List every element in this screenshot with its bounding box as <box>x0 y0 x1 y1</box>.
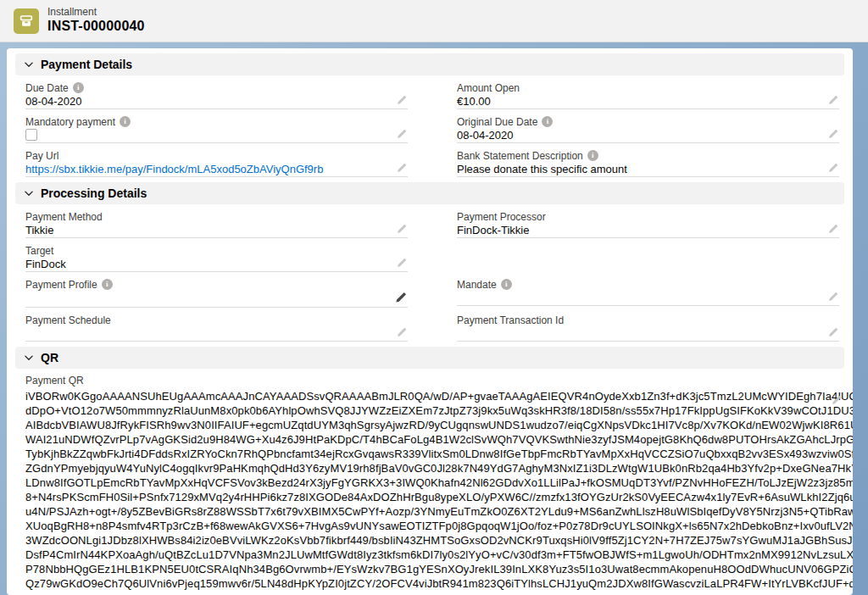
empty-grid-cell <box>457 244 839 272</box>
field-label: Mandatory payment <box>25 116 115 128</box>
edit-pencil-icon[interactable] <box>827 326 839 338</box>
page-title: INST-00000040 <box>47 19 145 34</box>
field-label: Payment Schedule <box>25 314 111 326</box>
field-value: Please donate this specific amount <box>457 163 627 175</box>
payment-qr-value: iVBORw0KGgoAAAANSUhEUgAAAmcAAAJnCAYAAADS… <box>25 389 843 591</box>
info-icon[interactable]: i <box>102 279 113 290</box>
field-pay-url: Pay Url https://sbx.tikkie.me/pay/Findoc… <box>25 149 408 177</box>
qr-text-line: iVBORw0KGgoAAAANSUhEUgAAAmcAAAJnCAYAAADS… <box>25 389 843 403</box>
field-label: Payment Processor <box>457 211 546 223</box>
chevron-down-icon <box>24 353 34 363</box>
mandatory-payment-checkbox[interactable] <box>25 129 37 141</box>
section-header-processing-details[interactable]: Processing Details <box>15 182 844 204</box>
qr-text-line: LDnw8IfGOTLpEmcRbTYavMpXxHqVCFSVov3kBezd… <box>25 475 843 490</box>
info-icon[interactable]: i <box>542 116 553 127</box>
edit-pencil-icon[interactable] <box>827 128 839 140</box>
edit-pencil-icon[interactable] <box>394 291 408 304</box>
field-value: FinDock <box>25 258 66 270</box>
field-payment-method: Payment Method Tikkie <box>25 210 408 238</box>
installment-box-icon <box>14 8 39 34</box>
qr-text-line: Qz79wGKdO9eCh7Q6UlVni6vPjeq159mwv6r/5LN4… <box>25 576 843 591</box>
info-icon[interactable]: i <box>587 150 598 161</box>
payment-details-grid: Due Date i 08-04-2020 Amount Open €10.00 <box>15 75 844 177</box>
field-due-date: Due Date i 08-04-2020 <box>25 81 408 109</box>
section-header-qr[interactable]: QR <box>15 347 844 369</box>
field-payment-qr: Payment QR iVBORw0KGgoAAAANSUhEUgAAAmcAA… <box>15 374 844 591</box>
edit-pencil-icon[interactable] <box>396 257 408 269</box>
edit-pencil-icon[interactable] <box>827 94 839 106</box>
field-mandate: Mandate i <box>457 278 839 308</box>
field-label: Amount Open <box>457 82 520 94</box>
chevron-down-icon <box>24 188 34 198</box>
page-background: Payment Details Due Date i 08-04-2020 Am… <box>0 42 868 595</box>
section-header-payment-details[interactable]: Payment Details <box>15 53 844 75</box>
field-payment-processor: Payment Processor FinDock-Tikkie <box>457 210 839 238</box>
processing-details-grid: Payment Method Tikkie Payment Processor … <box>15 204 844 342</box>
qr-text-line: 3WZdcOONLgi1JDbz8lXHWBs84i2iz0eBVviLWKz2… <box>25 533 843 548</box>
section-title: QR <box>41 351 58 364</box>
qr-text-line: ZGdnYPmyebjqyuW4YuNylC4ogqIkvr9PaHKmqhQd… <box>25 461 843 475</box>
edit-pencil-icon[interactable] <box>396 94 408 106</box>
record-detail-card: Payment Details Due Date i 08-04-2020 Am… <box>7 48 853 595</box>
entity-label: Installment <box>47 7 145 19</box>
field-value: 08-04-2020 <box>25 95 82 108</box>
info-icon[interactable]: i <box>73 82 84 93</box>
section-title: Payment Details <box>41 58 132 71</box>
section-title: Processing Details <box>41 186 147 200</box>
field-label: Due Date <box>25 82 69 94</box>
edit-pencil-icon[interactable] <box>827 162 839 174</box>
field-label: Payment QR <box>25 375 84 386</box>
field-label: Payment Method <box>25 211 103 223</box>
field-label: Payment Transaction Id <box>457 314 564 326</box>
field-label: Bank Statement Description <box>457 150 583 162</box>
field-label: Original Due Date <box>457 116 537 128</box>
edit-pencil-icon[interactable] <box>827 291 839 303</box>
qr-text-line: WAI21uNDWfQZvrPLp7vAgGKSid2u9H84WG+Xu4z6… <box>25 432 843 447</box>
qr-text-line: u4N/PSJAzh+ogt+/8y5ZBevBiGRs8rZ88WSSbT7x… <box>25 504 843 519</box>
field-value: FinDock-Tikkie <box>457 224 529 236</box>
qr-text-line: AIBdcbVBIAWU8JfRykFISRh9wv3N0IIFAIUF+egc… <box>25 418 843 432</box>
qr-text-line: P78NbbHQgGEz1HLB1KPN5EU0tCSRAIqNh34Bg6Ov… <box>25 562 843 576</box>
qr-text-line: XUoqBgRH8+n8P4smfv4RTp3rCzB+f68wewAkGVXS… <box>25 519 843 533</box>
field-payment-profile: Payment Profile i <box>25 278 408 308</box>
edit-pencil-icon[interactable] <box>396 326 408 338</box>
field-value: 08-04-2020 <box>457 129 514 142</box>
field-payment-transaction-id: Payment Transaction Id <box>457 314 839 342</box>
pay-url-link[interactable]: https://sbx.tikkie.me/pay/Findock/mLA5xo… <box>25 163 323 175</box>
info-icon[interactable]: i <box>501 279 512 290</box>
field-payment-schedule: Payment Schedule <box>25 314 408 342</box>
qr-text-line: TybKjhBkZZqwbFkJrti4DFddsRxIZRYoCkn7RhQP… <box>25 447 843 461</box>
field-value: Tikkie <box>25 224 53 236</box>
qr-text-line: 8+N4rsPKScmFH0Sil+PSnfx7129xMVq2y4rHHPi6… <box>25 490 843 504</box>
field-target: Target FinDock <box>25 244 408 272</box>
qr-text-line: dDpO+VtO12o7W50mmmnyzRlaUunM8x0pk0b6AYhl… <box>25 403 843 418</box>
chevron-down-icon <box>24 59 34 70</box>
field-value: €10.00 <box>457 95 491 108</box>
edit-pencil-icon[interactable] <box>396 128 408 140</box>
field-label: Target <box>25 245 53 257</box>
qr-text-line: DsfP4CmIrN44KPXoaAgh/uQtBZcLu1D7VNpa3Mn2… <box>25 548 843 562</box>
edit-pencil-icon[interactable] <box>831 394 843 406</box>
edit-pencil-icon[interactable] <box>396 223 408 235</box>
field-amount-open: Amount Open €10.00 <box>457 81 839 109</box>
field-label: Mandate <box>457 279 497 291</box>
info-icon[interactable]: i <box>120 116 131 127</box>
field-original-due-date: Original Due Date i 08-04-2020 <box>457 115 839 143</box>
edit-pencil-icon[interactable] <box>827 223 839 235</box>
field-label: Pay Url <box>25 150 58 162</box>
field-bank-statement-description: Bank Statement Description i Please dona… <box>457 149 839 177</box>
record-header: Installment INST-00000040 <box>0 0 868 42</box>
field-mandatory-payment: Mandatory payment i <box>25 115 408 143</box>
edit-pencil-icon[interactable] <box>396 162 408 174</box>
field-label: Payment Profile <box>25 279 97 291</box>
